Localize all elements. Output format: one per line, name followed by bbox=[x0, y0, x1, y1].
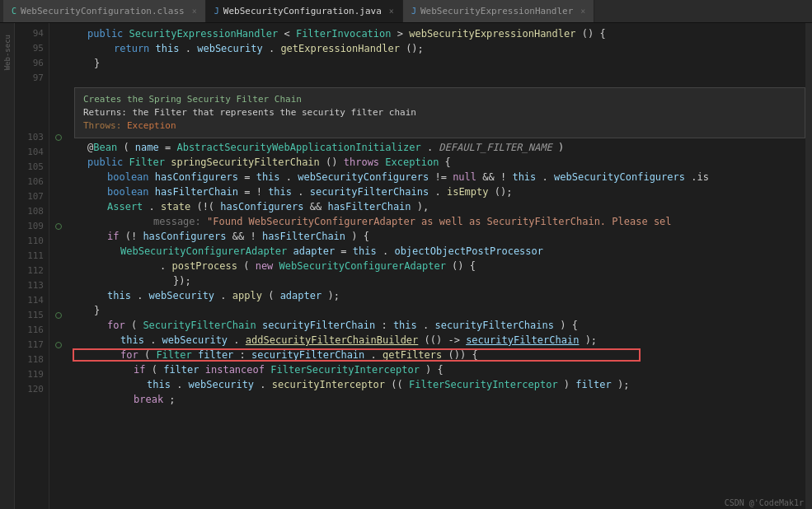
ind-118 bbox=[49, 353, 68, 367]
line109-content: if (! hasConfigurers && ! hasFilterChain… bbox=[107, 229, 369, 244]
linenum-113: 113 bbox=[15, 278, 44, 293]
ind-114 bbox=[49, 293, 68, 308]
line103-content: @Bean ( name = AbstractSecurityWebApplic… bbox=[87, 140, 564, 155]
code-line-97 bbox=[74, 71, 805, 86]
line106-content: boolean hasFilterChain = ! this . securi… bbox=[107, 184, 512, 199]
tab-label-class: WebSecurityConfiguration.class bbox=[21, 6, 185, 16]
bottom-bar: CSDN @'CodeMak1r bbox=[716, 497, 812, 509]
code-line-110: WebSecurityConfigurerAdapter adapter = t… bbox=[74, 244, 805, 259]
linenum-112: 112 bbox=[15, 264, 44, 278]
tab-label-java: WebSecurityConfiguration.java bbox=[223, 6, 382, 16]
line107-content: Assert . state (!( hasConfigurers && has… bbox=[107, 199, 429, 214]
linenum-111: 111 bbox=[15, 249, 44, 264]
code-line-112: }); bbox=[74, 273, 805, 288]
ind-108 bbox=[49, 204, 68, 219]
ind-110 bbox=[49, 234, 68, 249]
java-icon: J bbox=[214, 7, 219, 16]
ind-94 bbox=[49, 26, 68, 41]
left-panel-label: Web-secu bbox=[3, 35, 12, 70]
ind-105 bbox=[49, 160, 68, 175]
linenum-104: 104 bbox=[15, 145, 44, 160]
line119-content: this . webSecurity . securityInterceptor… bbox=[147, 377, 629, 392]
linenum-106: 106 bbox=[15, 175, 44, 189]
tab-class[interactable]: C WebSecurityConfiguration.class × bbox=[3, 0, 206, 23]
tab-close-class[interactable]: × bbox=[192, 7, 197, 16]
line118-content: if ( filter instanceof FilterSecurityInt… bbox=[134, 362, 444, 377]
javadoc-title: Creates the Spring Security Filter Chain bbox=[83, 93, 796, 106]
linenum-109: 109 bbox=[15, 219, 44, 234]
ind-116 bbox=[49, 323, 68, 338]
class-icon: C bbox=[12, 7, 16, 16]
indicators bbox=[49, 23, 68, 509]
line113-content: this . webSecurity . apply ( adapter ); bbox=[107, 288, 340, 303]
scrollbar[interactable] bbox=[805, 23, 812, 509]
ind-96 bbox=[49, 56, 68, 71]
ind-111 bbox=[49, 249, 68, 264]
linenum-108: 108 bbox=[15, 204, 44, 219]
code-line-103: @Bean ( name = AbstractSecurityWebApplic… bbox=[74, 140, 805, 155]
ind-jd2 bbox=[49, 100, 68, 115]
line96-content: } bbox=[94, 56, 100, 71]
bp-dot-103 bbox=[55, 134, 62, 141]
ind-97 bbox=[49, 71, 68, 86]
code-line-104: public Filter springSecurityFilterChain … bbox=[74, 155, 805, 170]
code-line-111: . postProcess ( new WebSecurityConfigure… bbox=[74, 259, 805, 273]
watermark: CSDN @'CodeMak1r bbox=[725, 498, 804, 507]
line115-content: for ( SecurityFilterChain securityFilter… bbox=[107, 318, 578, 333]
linenum-97: 97 bbox=[15, 71, 44, 86]
code-line-118: if ( filter instanceof FilterSecurityInt… bbox=[74, 362, 805, 377]
linenum-96: 96 bbox=[15, 56, 44, 71]
tab-close-handler[interactable]: × bbox=[580, 7, 585, 16]
code-line-120: break ; bbox=[74, 392, 805, 407]
line104-content: public Filter springSecurityFilterChain … bbox=[87, 155, 451, 170]
linenum-107: 107 bbox=[15, 189, 44, 204]
ind-115 bbox=[49, 308, 68, 323]
code-line-113: this . webSecurity . apply ( adapter ); bbox=[74, 288, 805, 303]
code-line-108: message: "Found WebSecurityConfigurerAda… bbox=[74, 214, 805, 229]
linenum-118: 118 bbox=[15, 353, 44, 367]
line111-content: . postProcess ( new WebSecurityConfigure… bbox=[160, 259, 476, 273]
line116-content: this . webSecurity . addSecurityFilterCh… bbox=[120, 333, 597, 348]
ind-120 bbox=[49, 382, 68, 397]
code-line-94: public SecurityExpressionHandler < Filte… bbox=[74, 26, 805, 41]
line117-content: for ( Filter filter : securityFilterChai… bbox=[120, 348, 478, 362]
tab-close-java[interactable]: × bbox=[389, 7, 394, 16]
code-line-96: } bbox=[74, 56, 805, 71]
ind-113 bbox=[49, 278, 68, 293]
ind-95 bbox=[49, 41, 68, 56]
tab-handler[interactable]: J WebSecurityExpressionHandler × bbox=[403, 0, 595, 23]
tab-bar: C WebSecurityConfiguration.class × J Web… bbox=[0, 0, 812, 23]
linenum-95: 95 bbox=[15, 41, 44, 56]
line94-content: public SecurityExpressionHandler < Filte… bbox=[87, 26, 606, 41]
code-line-107: Assert . state (!( hasConfigurers && has… bbox=[74, 199, 805, 214]
code-editor[interactable]: public SecurityExpressionHandler < Filte… bbox=[68, 23, 805, 509]
line120-content: break ; bbox=[134, 392, 176, 407]
linenum-javadoc3 bbox=[15, 115, 44, 130]
javadoc-throws: Throws: Exception bbox=[83, 119, 796, 133]
line110-content: WebSecurityConfigurerAdapter adapter = t… bbox=[120, 244, 543, 259]
code-line-114: } bbox=[74, 303, 805, 318]
line95-content: return this . webSecurity . getExpressio… bbox=[114, 41, 424, 56]
line114-content: } bbox=[94, 303, 100, 318]
line-numbers: 94 95 96 97 103 104 105 106 107 108 109 … bbox=[15, 23, 49, 509]
ind-106 bbox=[49, 175, 68, 189]
linenum-117: 117 bbox=[15, 338, 44, 353]
code-line-115: for ( SecurityFilterChain securityFilter… bbox=[74, 318, 805, 333]
ind-104 bbox=[49, 145, 68, 160]
linenum-116: 116 bbox=[15, 323, 44, 338]
bp-dot-115 bbox=[55, 312, 62, 319]
linenum-115: 115 bbox=[15, 308, 44, 323]
line108-content: message: "Found WebSecurityConfigurerAda… bbox=[153, 214, 672, 229]
tab-java[interactable]: J WebSecurityConfiguration.java × bbox=[206, 0, 403, 23]
linenum-103: 103 bbox=[15, 130, 44, 145]
line105-content: boolean hasConfigurers = this . webSecur… bbox=[107, 170, 709, 184]
ind-109 bbox=[49, 219, 68, 234]
bp-dot-109 bbox=[55, 223, 62, 230]
bp-dot-117 bbox=[55, 342, 62, 348]
ind-jd3 bbox=[49, 115, 68, 130]
code-line-119: this . webSecurity . securityInterceptor… bbox=[74, 377, 805, 392]
linenum-94: 94 bbox=[15, 26, 44, 41]
left-panel: Web-secu bbox=[0, 23, 15, 509]
code-line-116: this . webSecurity . addSecurityFilterCh… bbox=[74, 333, 805, 348]
editor-area: Web-secu 94 95 96 97 103 104 105 106 107… bbox=[0, 23, 812, 509]
